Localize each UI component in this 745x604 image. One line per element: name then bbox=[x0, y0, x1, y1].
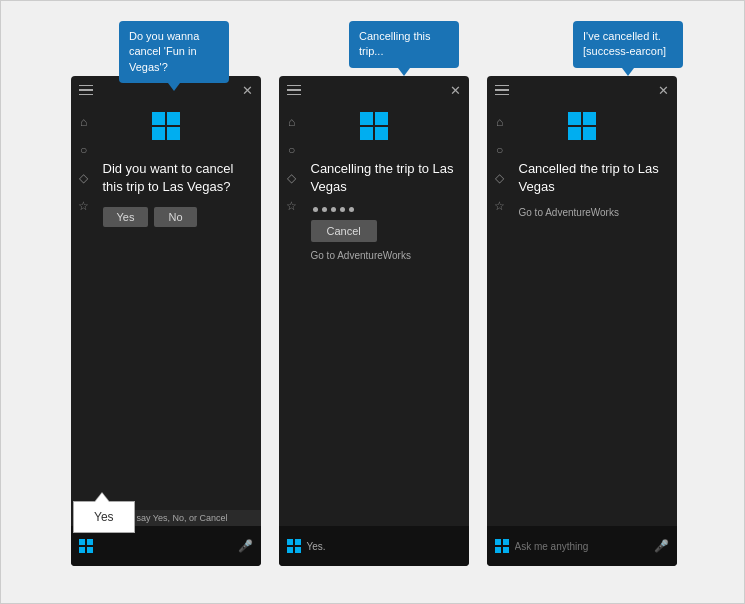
home-icon-3[interactable]: ⌂ bbox=[492, 114, 508, 130]
svg-rect-6 bbox=[79, 547, 85, 553]
svg-rect-19 bbox=[583, 127, 596, 140]
hamburger-icon-3[interactable] bbox=[495, 85, 509, 96]
svg-rect-9 bbox=[375, 112, 388, 125]
dot-4 bbox=[340, 207, 345, 212]
yes-label-box: Yes bbox=[73, 501, 135, 533]
svg-rect-22 bbox=[495, 547, 501, 553]
search-icon-1[interactable]: ○ bbox=[76, 142, 92, 158]
svg-rect-3 bbox=[167, 127, 180, 140]
cancel-button[interactable]: Cancel bbox=[311, 220, 377, 242]
svg-rect-23 bbox=[503, 547, 509, 553]
progress-dots bbox=[311, 207, 461, 212]
speech-bubble-3: I've cancelled it. [success-earcon] bbox=[573, 21, 683, 68]
content-area-1: Did you want to cancel this trip to Las … bbox=[97, 152, 261, 526]
mic-icon-1[interactable]: 🎤 bbox=[238, 539, 253, 553]
svg-rect-20 bbox=[495, 539, 501, 545]
panel-3: ✕ ⌂ ○ ◇ ☆ Cancelled the trip to Las Vega… bbox=[487, 76, 677, 566]
side-nav-1: ⌂ ○ ◇ ☆ bbox=[71, 104, 97, 526]
settings-icon-2[interactable]: ☆ bbox=[284, 198, 300, 214]
bubble1-text: Do you wanna cancel 'Fun in Vegas'? bbox=[129, 30, 199, 73]
bottom-windows-logo-1 bbox=[79, 539, 93, 553]
svg-rect-7 bbox=[87, 547, 93, 553]
dot-5 bbox=[349, 207, 354, 212]
pin-icon-2[interactable]: ◇ bbox=[284, 170, 300, 186]
pin-icon-3[interactable]: ◇ bbox=[492, 170, 508, 186]
page-container: Do you wanna cancel 'Fun in Vegas'? Canc… bbox=[1, 1, 745, 604]
search-icon-2[interactable]: ○ bbox=[284, 142, 300, 158]
speech-bubble-2: Cancelling this trip... bbox=[349, 21, 459, 68]
bottom-windows-logo-2 bbox=[287, 539, 301, 553]
yes-button[interactable]: Yes bbox=[103, 207, 149, 227]
svg-rect-12 bbox=[287, 539, 293, 545]
svg-rect-14 bbox=[287, 547, 293, 553]
panel2-link[interactable]: Go to AdventureWorks bbox=[311, 250, 461, 261]
bottom-input-1[interactable] bbox=[99, 541, 232, 552]
mic-icon-3[interactable]: 🎤 bbox=[654, 539, 669, 553]
bottom-bar-2: Yes. bbox=[279, 526, 469, 566]
no-button[interactable]: No bbox=[154, 207, 196, 227]
bottom-bar-3: 🎤 bbox=[487, 526, 677, 566]
yes-label-text: Yes bbox=[94, 510, 114, 524]
svg-rect-4 bbox=[79, 539, 85, 545]
settings-icon-3[interactable]: ☆ bbox=[492, 198, 508, 214]
logo-area-3 bbox=[487, 104, 677, 152]
panel2-title: Cancelling the trip to Las Vegas bbox=[311, 160, 461, 195]
home-icon-1[interactable]: ⌂ bbox=[76, 114, 92, 130]
panel-2: ✕ ⌂ ○ ◇ ☆ Cancelling the trip to Las Veg… bbox=[279, 76, 469, 566]
close-icon-3[interactable]: ✕ bbox=[658, 84, 669, 97]
svg-rect-1 bbox=[167, 112, 180, 125]
bubble2-text: Cancelling this trip... bbox=[359, 30, 431, 57]
home-icon-2[interactable]: ⌂ bbox=[284, 114, 300, 130]
yn-buttons: Yes No bbox=[103, 207, 253, 227]
svg-rect-11 bbox=[375, 127, 388, 140]
bottom-text-2: Yes. bbox=[307, 541, 461, 552]
svg-rect-16 bbox=[568, 112, 581, 125]
speech-bubble-1: Do you wanna cancel 'Fun in Vegas'? bbox=[119, 21, 229, 83]
hamburger-icon-2[interactable] bbox=[287, 85, 301, 96]
svg-rect-2 bbox=[152, 127, 165, 140]
top-bar-2: ✕ bbox=[279, 76, 469, 104]
pin-icon-1[interactable]: ◇ bbox=[76, 170, 92, 186]
panel1-title: Did you want to cancel this trip to Las … bbox=[103, 160, 253, 195]
svg-rect-10 bbox=[360, 127, 373, 140]
logo-area-1 bbox=[71, 104, 261, 152]
dot-3 bbox=[331, 207, 336, 212]
svg-rect-13 bbox=[295, 539, 301, 545]
hamburger-icon-1[interactable] bbox=[79, 85, 93, 96]
close-icon-2[interactable]: ✕ bbox=[450, 84, 461, 97]
content-area-3: Cancelled the trip to Las Vegas Go to Ad… bbox=[513, 152, 677, 526]
svg-rect-18 bbox=[568, 127, 581, 140]
side-nav-2: ⌂ ○ ◇ ☆ bbox=[279, 104, 305, 526]
content-area-2: Cancelling the trip to Las Vegas Cancel … bbox=[305, 152, 469, 526]
svg-rect-17 bbox=[583, 112, 596, 125]
logo-area-2 bbox=[279, 104, 469, 152]
windows-logo-2 bbox=[358, 110, 390, 142]
bubble3-text: I've cancelled it. [success-earcon] bbox=[583, 30, 666, 57]
windows-logo-3 bbox=[566, 110, 598, 142]
panel3-title: Cancelled the trip to Las Vegas bbox=[519, 160, 669, 195]
side-nav-3: ⌂ ○ ◇ ☆ bbox=[487, 104, 513, 526]
bottom-input-3[interactable] bbox=[515, 541, 648, 552]
svg-rect-0 bbox=[152, 112, 165, 125]
dot-1 bbox=[313, 207, 318, 212]
bottom-windows-logo-3 bbox=[495, 539, 509, 553]
svg-rect-21 bbox=[503, 539, 509, 545]
top-bar-3: ✕ bbox=[487, 76, 677, 104]
settings-icon-1[interactable]: ☆ bbox=[76, 198, 92, 214]
svg-rect-15 bbox=[295, 547, 301, 553]
panel3-link[interactable]: Go to AdventureWorks bbox=[519, 207, 669, 218]
windows-logo-1 bbox=[150, 110, 182, 142]
svg-rect-8 bbox=[360, 112, 373, 125]
svg-rect-5 bbox=[87, 539, 93, 545]
search-icon-3[interactable]: ○ bbox=[492, 142, 508, 158]
dot-2 bbox=[322, 207, 327, 212]
close-icon-1[interactable]: ✕ bbox=[242, 84, 253, 97]
